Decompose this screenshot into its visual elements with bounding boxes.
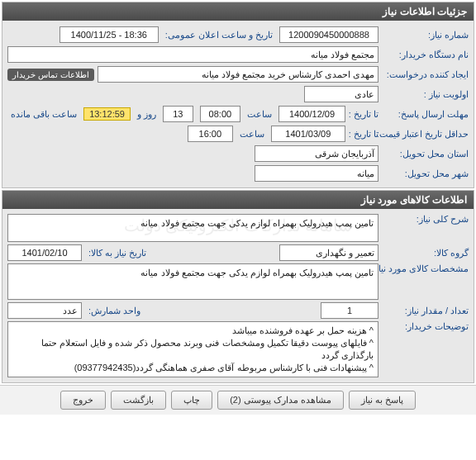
print-button[interactable]: چاپ — [171, 391, 212, 410]
deadline-time-field: 08:00 — [200, 106, 241, 122]
qty-label: تعداد / مقدار نیاز: — [382, 306, 469, 316]
goods-info-header: اطلاعات کالاهای مورد نیاز — [2, 191, 474, 209]
remaining-label: ساعت باقی مانده — [7, 109, 80, 120]
need-details-body: شماره نیاز: 1200090450000888 تاریخ و ساع… — [2, 21, 474, 187]
desc-label: شرح کلی نیاز: — [382, 214, 469, 225]
city-label: شهر محل تحویل: — [382, 168, 469, 179]
need-no-field: 1200090450000888 — [279, 26, 378, 43]
attachments-button[interactable]: مشاهده مدارک پیوستی (2) — [217, 391, 344, 410]
creator-label: ایجاد کننده درخواست: — [382, 69, 469, 80]
to-date-label-1: تا تاریخ : — [349, 109, 378, 120]
time-label-1: ساعت — [244, 109, 275, 120]
days-field: 13 — [163, 106, 193, 122]
countdown-field: 13:12:59 — [83, 107, 131, 121]
spec-field: تامین پمپ هیدرولیک بهمراه لوازم یدکی جهت… — [7, 263, 378, 300]
province-field: آذربایجان شرقی — [255, 145, 378, 162]
notes-field: ^ هزینه حمل بر عهده فروشنده میباشد ^ فای… — [7, 321, 378, 377]
validity-date-field: 1401/03/09 — [271, 126, 345, 142]
spec-label: مشخصات کالای مورد نیاز: — [382, 263, 469, 274]
days-and-label: روز و — [134, 109, 159, 120]
button-bar: پاسخ به نیاز مشاهده مدارک پیوستی (2) چاپ… — [0, 385, 476, 415]
exit-button[interactable]: خروج — [60, 391, 106, 410]
unit-field: عدد — [7, 302, 82, 319]
group-label: گروه کالا: — [382, 248, 469, 258]
back-button[interactable]: بازگشت — [111, 391, 166, 410]
need-to-date-field: 1401/02/10 — [7, 244, 82, 261]
need-to-date-label: تاریخ نیاز به کالا: — [85, 248, 150, 258]
buyer-field: مجتمع فولاد میانه — [7, 46, 378, 63]
respond-button[interactable]: پاسخ به نیاز — [349, 391, 416, 410]
creator-field: مهدی احمدی کارشناس خرید مجتمع فولاد میان… — [98, 66, 378, 83]
city-field: میانه — [255, 165, 378, 182]
goods-info-body: شرح کلی نیاز: تامین پمپ هیدرولیک بهمراه … — [2, 209, 474, 382]
deadline-date-field: 1400/12/09 — [278, 106, 345, 122]
contact-chip[interactable]: اطلاعات تماس خریدار — [7, 69, 94, 81]
need-no-label: شماره نیاز: — [382, 30, 469, 40]
to-date-label-2: تا تاریخ : — [349, 129, 378, 140]
announce-field: 1400/11/25 - 18:36 — [60, 26, 159, 43]
desc-field: تامین پمپ هیدرولیک بهمراه لوازم یدکی جهت… — [7, 214, 378, 242]
validity-time-field: 16:00 — [188, 126, 233, 142]
province-label: استان محل تحویل: — [382, 149, 469, 159]
unit-label: واحد شمارش: — [85, 306, 144, 316]
buyer-label: نام دستگاه خریدار: — [382, 50, 469, 60]
goods-info-panel: اطلاعات کالاهای مورد نیاز شرح کلی نیاز: … — [2, 190, 474, 383]
notes-label: توضیحات خریدار: — [382, 321, 469, 332]
deadline-label: مهلت ارسال پاسخ: — [382, 109, 469, 120]
priority-label: اولویت نیاز : — [382, 89, 469, 100]
priority-field: عادی — [304, 86, 378, 102]
qty-field: 1 — [321, 302, 378, 319]
need-details-header: جزئیات اطلاعات نیاز — [2, 2, 474, 21]
group-field: تعمیر و نگهداری — [279, 244, 378, 261]
need-details-panel: جزئیات اطلاعات نیاز شماره نیاز: 12000904… — [2, 2, 474, 188]
time-label-2: ساعت — [236, 129, 268, 140]
validity-label: حداقل تاریخ اعتبار قیمت: — [382, 129, 469, 140]
announce-label: تاریخ و ساعت اعلان عمومی: — [162, 30, 276, 40]
